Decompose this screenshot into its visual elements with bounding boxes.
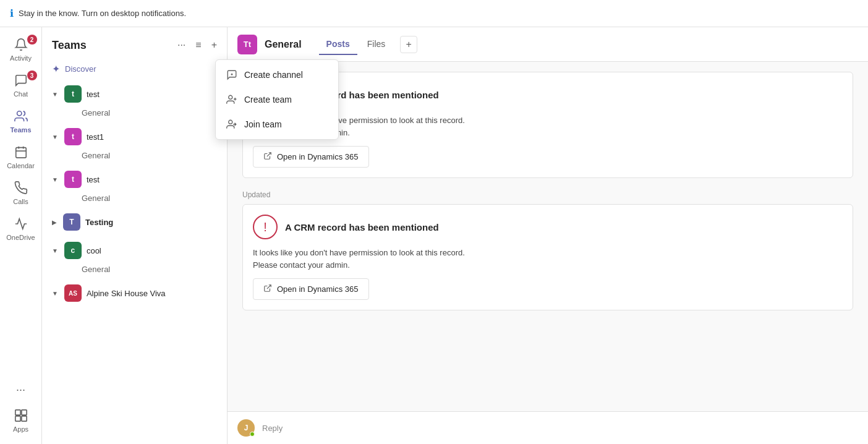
team-avatar-test2: t — [64, 171, 82, 188]
team-item-test2: ▼ t test General — [42, 165, 227, 208]
team-name-test2: test — [87, 175, 100, 184]
sidebar-item-calls[interactable]: Calls — [0, 176, 42, 210]
chevron-right-icon: ▶ — [52, 219, 57, 226]
chevron-down-icon: ▼ — [52, 91, 58, 98]
calls-icon — [14, 181, 28, 195]
sidebar-label-activity: Activity — [10, 54, 32, 62]
team-item-cool: ▼ c cool General — [42, 236, 227, 279]
svg-point-11 — [229, 95, 232, 99]
sidebar-item-chat[interactable]: 3 Chat — [0, 68, 42, 103]
team-name-test: test — [87, 90, 100, 99]
sidebar-item-apps[interactable]: Apps — [0, 403, 42, 438]
notification-text: Stay in the know. Turn on desktop notifi… — [19, 9, 186, 18]
channel-tabs: Posts Files — [319, 34, 393, 55]
info-icon: ℹ — [10, 7, 14, 19]
discover-row[interactable]: ✦ Discover — [42, 58, 227, 80]
teams-filter-button[interactable]: ≡ — [193, 37, 203, 53]
tab-posts[interactable]: Posts — [319, 34, 357, 55]
team-row-test1[interactable]: ▼ t test1 — [49, 125, 219, 148]
channel-row-test1-general[interactable]: General — [49, 148, 219, 163]
notification-bar: ℹ Stay in the know. Turn on desktop noti… — [0, 0, 868, 27]
onedrive-icon — [14, 216, 28, 231]
dropdown-menu: Create channel Create team — [215, 59, 339, 140]
svg-rect-5 — [15, 410, 20, 415]
svg-point-0 — [17, 111, 21, 116]
crm-card-2-title: A CRM record has been mentioned — [285, 222, 439, 233]
sidebar-item-more[interactable]: ··· — [0, 377, 42, 402]
open-d365-label-2: Open in Dynamics 365 — [277, 284, 359, 294]
sidebar-item-onedrive[interactable]: OneDrive — [0, 211, 42, 246]
reply-bar: J Reply — [228, 411, 868, 444]
section-label-updated: Updated — [228, 188, 868, 204]
dropdown-item-join-team[interactable]: Join team — [216, 112, 338, 137]
sidebar-label-apps: Apps — [13, 425, 28, 433]
crm-alert-icon-2: ! — [253, 215, 278, 239]
activity-icon — [14, 37, 28, 52]
svg-rect-6 — [21, 410, 26, 415]
create-channel-label: Create channel — [244, 70, 303, 80]
crm-card-2-body: It looks like you don't have permission … — [253, 247, 843, 271]
sidebar-label-calls: Calls — [13, 198, 28, 205]
sidebar-item-teams[interactable]: Teams — [0, 104, 42, 139]
team-item-test1: ▼ t test1 General — [42, 122, 227, 165]
team-row-testing[interactable]: ▶ T Testing — [49, 210, 219, 234]
svg-rect-7 — [15, 416, 20, 421]
reply-placeholder[interactable]: Reply — [262, 424, 283, 433]
dropdown-item-create-channel[interactable]: Create channel — [216, 62, 338, 87]
channel-avatar: Tt — [237, 35, 257, 54]
add-tab-button[interactable]: + — [400, 36, 417, 53]
team-row-test[interactable]: ▼ t test — [49, 82, 219, 106]
calendar-icon — [14, 145, 28, 160]
teams-panel: Teams ··· ≡ + ✦ Discover ▼ t test Genera… — [42, 27, 228, 444]
team-row-test2[interactable]: ▼ t test — [49, 168, 219, 191]
crm-card-2-header: ! A CRM record has been mentioned — [253, 215, 843, 239]
team-avatar-test: t — [64, 85, 82, 103]
sidebar-item-activity[interactable]: 2 Activity — [0, 32, 42, 67]
team-name-cool: cool — [87, 246, 101, 255]
chevron-down-icon: ▼ — [52, 176, 58, 183]
team-name-alpine: Alpine Ski House Viva — [87, 289, 166, 298]
channel-row-cool-general[interactable]: General — [49, 262, 219, 276]
sidebar-label-chat: Chat — [14, 90, 28, 98]
chevron-down-icon: ▼ — [52, 134, 58, 140]
team-avatar-cool: c — [64, 242, 82, 259]
open-d365-label-1: Open in Dynamics 365 — [277, 152, 359, 161]
join-team-label: Join team — [244, 119, 282, 129]
sidebar-label-calendar: Calendar — [7, 162, 35, 169]
dropdown-item-create-team[interactable]: Create team — [216, 87, 338, 112]
chat-icon — [14, 73, 28, 88]
chevron-down-icon: ▼ — [52, 247, 58, 254]
team-avatar-alpine: AS — [64, 284, 82, 302]
svg-line-15 — [267, 153, 271, 156]
team-avatar-test1: t — [64, 128, 82, 145]
chat-badge: 3 — [27, 70, 37, 80]
open-d365-button-2[interactable]: Open in Dynamics 365 — [253, 278, 369, 300]
svg-line-16 — [267, 285, 271, 289]
create-team-label: Create team — [244, 95, 292, 105]
sidebar-label-teams: Teams — [10, 126, 31, 134]
channel-row-test-general[interactable]: General — [49, 106, 219, 120]
team-row-alpine[interactable]: ▼ AS Alpine Ski House Viva — [49, 281, 219, 305]
team-item-alpine: ▼ AS Alpine Ski House Viva — [42, 279, 227, 307]
crm-card-1-header: ! A CRM record has been mentioned — [253, 82, 843, 107]
team-name-testing: Testing — [85, 218, 113, 227]
channel-row-test2-general[interactable]: General — [49, 191, 219, 205]
sidebar-icons: 2 Activity 3 Chat Teams — [0, 27, 42, 444]
svg-point-14 — [229, 120, 232, 124]
external-link-icon-1 — [263, 152, 272, 162]
tab-files[interactable]: Files — [360, 34, 393, 55]
team-row-cool[interactable]: ▼ c cool — [49, 239, 219, 262]
online-status-dot — [250, 432, 255, 437]
discover-label: Discover — [65, 64, 96, 74]
sidebar-item-calendar[interactable]: Calendar — [0, 140, 42, 174]
team-name-test1: test1 — [87, 132, 104, 142]
create-channel-icon — [226, 69, 238, 81]
teams-add-button[interactable]: + — [209, 37, 219, 53]
create-team-icon — [226, 93, 238, 106]
crm-card-2: ! A CRM record has been mentioned It loo… — [242, 204, 853, 310]
teams-more-button[interactable]: ··· — [175, 37, 188, 53]
crm-card-1-body: It looks like you don't have permission … — [253, 114, 843, 139]
user-avatar: J — [237, 419, 255, 437]
open-d365-button-1[interactable]: Open in Dynamics 365 — [253, 146, 369, 168]
activity-badge: 2 — [27, 35, 37, 45]
